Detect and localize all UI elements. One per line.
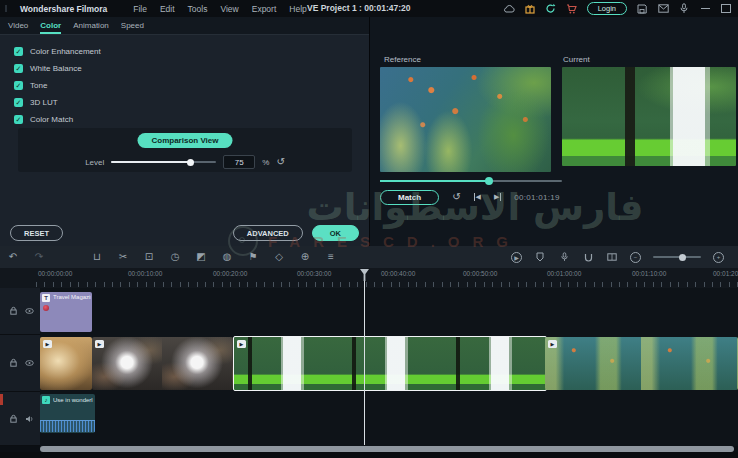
undo-icon[interactable]: ↶ — [7, 251, 19, 263]
sync-icon[interactable] — [545, 3, 557, 15]
ruler-tick: 00:00:00:00 — [38, 270, 72, 277]
level-value-input[interactable]: 75 — [223, 155, 255, 169]
eye-icon[interactable] — [25, 307, 34, 316]
tab-color[interactable]: Color — [40, 21, 61, 34]
edit-tabbar: Video Color Animation Speed — [0, 17, 369, 35]
maximize-icon[interactable] — [720, 3, 732, 15]
marker-icon[interactable]: ⚑ — [247, 251, 259, 263]
play-badge-icon: ▶ — [43, 340, 52, 348]
minimize-icon[interactable] — [699, 3, 711, 15]
mark-shield-icon[interactable] — [534, 252, 546, 262]
color-icon[interactable]: ◩ — [195, 251, 207, 263]
option-3d-lut[interactable]: ✓ 3D LUT — [14, 94, 369, 111]
reset-button[interactable]: RESET — [10, 225, 63, 241]
speed-icon[interactable]: ◷ — [169, 251, 181, 263]
play-badge-icon: ▶ — [237, 340, 246, 348]
audio-track-header[interactable] — [0, 392, 40, 446]
ruler-tick: 00:01:00:00 — [547, 270, 581, 277]
ruler-tick: 00:00:40:00 — [381, 270, 415, 277]
snap-icon[interactable] — [582, 253, 594, 262]
checkbox-checked-icon[interactable]: ✓ — [14, 98, 23, 107]
title-track-header[interactable] — [0, 288, 40, 335]
video-clip-waterfall-selected[interactable]: ▶ — [233, 336, 547, 391]
video-clip-sepia-forest[interactable]: ▶ — [40, 337, 92, 390]
delete-icon[interactable]: ⊔ — [91, 251, 103, 263]
checkbox-checked-icon[interactable]: ✓ — [14, 47, 23, 56]
split-icon[interactable]: ✂ — [117, 251, 129, 263]
color-edit-panel: Video Color Animation Speed ✓ Color Enha… — [0, 17, 370, 246]
render-preview-icon[interactable]: ▶ — [511, 252, 522, 263]
keyframe-icon[interactable]: ◇ — [273, 251, 285, 263]
reference-label: Reference — [384, 55, 421, 64]
eye-icon[interactable] — [25, 359, 34, 368]
preview-reset-icon[interactable]: ↺ — [452, 192, 460, 202]
level-reset-icon[interactable]: ↺ — [276, 157, 284, 167]
option-tone[interactable]: ✓ Tone — [14, 77, 369, 94]
checkbox-checked-icon[interactable]: ✓ — [14, 115, 23, 124]
cloud-icon[interactable] — [503, 3, 515, 15]
ruler-tick: 00:00:50:00 — [463, 270, 497, 277]
menu-help[interactable]: Help — [289, 4, 306, 14]
ok-button[interactable]: OK — [312, 225, 359, 241]
timeline-zoom-slider[interactable] — [653, 256, 701, 258]
checkbox-checked-icon[interactable]: ✓ — [14, 64, 23, 73]
option-white-balance[interactable]: ✓ White Balance — [14, 60, 369, 77]
save-icon[interactable] — [636, 3, 648, 15]
store-cart-icon[interactable] — [566, 3, 578, 15]
comparison-view-button[interactable]: Comparison View — [138, 133, 233, 148]
menu-view[interactable]: View — [220, 4, 238, 14]
video-clip-aquarium[interactable]: ▶ — [545, 337, 738, 390]
ruler-tick-marks — [36, 282, 738, 287]
option-color-match[interactable]: ✓ Color Match — [14, 111, 369, 128]
current-preview-image — [562, 67, 736, 166]
redo-icon[interactable]: ↷ — [33, 251, 45, 263]
rose-icon — [43, 305, 49, 311]
match-button[interactable]: Match — [380, 190, 439, 205]
text-clip-icon: T — [42, 294, 50, 302]
timeline-toolbar: ↶ ↷ ⊔ ✂ ⊡ ◷ ◩ ◍ ⚑ ◇ ⊕ ≡ ▶ — [0, 246, 738, 269]
zoom-out-icon[interactable]: − — [630, 252, 641, 263]
ruler-tick: 00:01:20:00 — [713, 270, 738, 277]
play-badge-icon: ▶ — [95, 340, 104, 348]
next-frame-icon[interactable]: ▶ — [494, 193, 501, 201]
menu-file[interactable]: File — [133, 4, 147, 14]
menu-tools[interactable]: Tools — [188, 4, 208, 14]
previous-frame-icon[interactable]: ◀ — [474, 193, 481, 201]
video-track-header[interactable] — [0, 335, 40, 392]
mic-icon[interactable] — [678, 3, 690, 15]
advanced-button[interactable]: ADVANCED — [233, 225, 303, 241]
level-label: Level — [85, 158, 104, 167]
adjust-icon[interactable]: ≡ — [325, 251, 337, 263]
speaker-icon[interactable] — [25, 414, 34, 423]
lock-icon[interactable] — [9, 359, 18, 368]
preview-timecode: 00:01:01:19 — [514, 193, 560, 202]
app-title: Wondershare Filmora — [20, 4, 107, 14]
menu-edit[interactable]: Edit — [160, 4, 175, 14]
level-slider[interactable] — [111, 161, 216, 163]
checkbox-checked-icon[interactable]: ✓ — [14, 81, 23, 90]
tab-speed[interactable]: Speed — [121, 21, 144, 34]
reference-preview-image — [380, 67, 551, 172]
inbox-icon[interactable] — [657, 3, 669, 15]
playhead-line[interactable] — [364, 269, 365, 445]
zoom-in-icon[interactable]: + — [713, 252, 724, 263]
option-color-enhancement[interactable]: ✓ Color Enhancement — [14, 43, 369, 60]
title-clip[interactable]: T Travel Magazin — [40, 292, 92, 332]
multiview-icon[interactable] — [606, 253, 618, 261]
green-screen-icon[interactable]: ◍ — [221, 251, 233, 263]
lock-icon[interactable] — [9, 307, 18, 316]
tab-video[interactable]: Video — [8, 21, 28, 34]
lock-icon[interactable] — [9, 414, 18, 423]
motion-track-icon[interactable]: ⊕ — [299, 251, 311, 263]
timeline-horizontal-scrollbar[interactable] — [40, 446, 734, 452]
crop-icon[interactable]: ⊡ — [143, 251, 155, 263]
login-button[interactable]: Login — [587, 2, 627, 15]
preview-seek-slider[interactable] — [380, 180, 562, 182]
tab-animation[interactable]: Animation — [73, 21, 109, 34]
timeline-ruler[interactable]: 00:00:00:00 00:00:10:00 00:00:20:00 00:0… — [0, 268, 738, 289]
gift-icon[interactable] — [524, 3, 536, 15]
video-clip-moon-clouds[interactable]: ▶ — [92, 337, 233, 390]
voiceover-mic-icon[interactable] — [558, 252, 570, 262]
audio-clip[interactable]: ♪ Use in wonderl — [40, 394, 95, 433]
menu-export[interactable]: Export — [252, 4, 277, 14]
